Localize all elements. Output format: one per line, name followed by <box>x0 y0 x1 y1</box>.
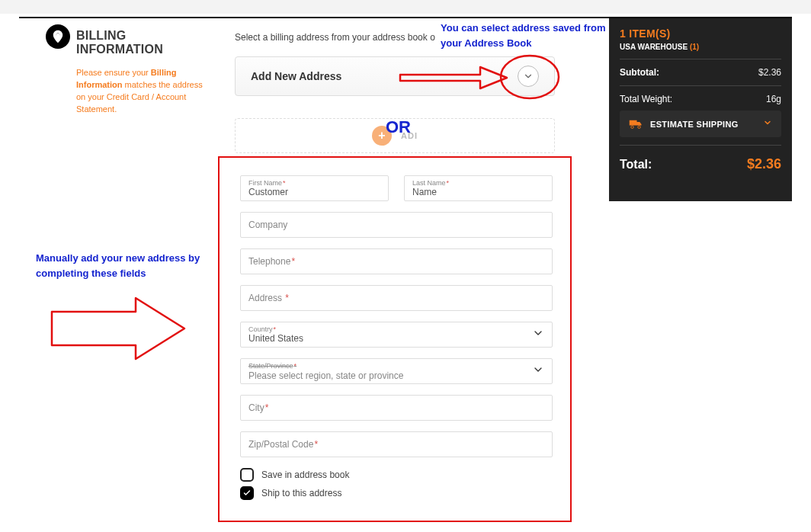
annotation-top: You can select address saved from your A… <box>441 21 608 50</box>
subtotal-value: $2.36 <box>758 67 781 78</box>
zip-field[interactable]: Zip/Postal Code* <box>240 431 553 457</box>
billing-hint: Please ensure your Billing Information m… <box>76 67 213 116</box>
state-label: State/Province <box>248 362 293 370</box>
total-label: Total: <box>620 158 652 171</box>
address-placeholder: Address <box>248 293 282 303</box>
svg-point-2 <box>631 126 633 128</box>
weight-value: 16g <box>766 94 781 104</box>
last-name-field[interactable]: Last Name* Name <box>404 175 553 201</box>
zip-placeholder: Zip/Postal Code <box>248 439 313 450</box>
warehouse-label: USA WAREHOUSE <box>620 43 688 51</box>
checkbox-empty-icon[interactable] <box>240 468 254 482</box>
address-dropdown-label: Add New Address <box>251 70 341 82</box>
weight-label: Total Weight: <box>620 94 672 104</box>
company-field[interactable]: Company <box>240 212 553 238</box>
weight-row: Total Weight: 16g <box>620 94 781 104</box>
item-count: 1 ITEM(S) <box>620 27 781 40</box>
location-pin-icon <box>46 24 70 49</box>
shipping-label: ESTIMATE SHIPPING <box>650 120 755 129</box>
total-value: $2.36 <box>747 156 781 172</box>
subtotal-label: Subtotal: <box>620 67 659 78</box>
ship-to-address-row[interactable]: Ship to this address <box>240 486 553 500</box>
hint-pre: Please ensure your <box>76 68 151 77</box>
total-row: Total: $2.36 <box>620 156 781 172</box>
svg-point-3 <box>638 126 640 128</box>
country-select[interactable]: Country* United States <box>240 322 553 348</box>
separator <box>620 145 781 146</box>
city-placeholder: City <box>248 402 264 413</box>
warehouse-count: (1) <box>690 43 699 51</box>
ship-label: Ship to this address <box>261 488 341 498</box>
warehouse-row: USA WAREHOUSE (1) <box>620 43 781 51</box>
first-name-field[interactable]: First Name* Customer <box>240 175 389 201</box>
chevron-down-icon <box>532 364 544 379</box>
company-placeholder: Company <box>248 220 287 230</box>
select-address-label: Select a billing address from your addre… <box>235 32 435 43</box>
telephone-field[interactable]: Telephone* <box>240 248 553 274</box>
last-name-label: Last Name <box>412 179 446 187</box>
address-form: First Name* Customer Last Name* Name Com… <box>240 175 553 505</box>
annotation-left: Manually add your new address by complet… <box>36 251 211 280</box>
chevron-down-icon[interactable] <box>518 66 539 87</box>
save-label: Save in address book <box>261 470 349 480</box>
country-label: Country <box>248 325 273 333</box>
city-field[interactable]: City* <box>240 395 553 421</box>
annotation-or: OR <box>386 114 411 139</box>
page-topbar <box>0 0 811 14</box>
annotation-arrow-big <box>46 295 191 362</box>
truck-icon <box>629 119 643 130</box>
chevron-down-icon <box>532 327 544 342</box>
chevron-down-icon <box>763 118 772 130</box>
save-in-address-book-row[interactable]: Save in address book <box>240 468 553 482</box>
separator <box>620 59 781 59</box>
billing-heading: BILLING INFORMATION <box>76 29 213 56</box>
separator <box>620 85 781 86</box>
address-dropdown[interactable]: Add New Address <box>235 56 555 96</box>
state-select[interactable]: State/Province* Please select region, st… <box>240 358 553 384</box>
first-name-label: First Name <box>248 179 282 187</box>
country-value: United States <box>248 325 532 344</box>
order-summary-panel: 1 ITEM(S) USA WAREHOUSE (1) Subtotal: $2… <box>609 18 792 201</box>
estimate-shipping-button[interactable]: ESTIMATE SHIPPING <box>620 111 781 137</box>
subtotal-row: Subtotal: $2.36 <box>620 67 781 78</box>
address-field[interactable]: Address * <box>240 285 553 311</box>
checkbox-checked-icon[interactable] <box>240 486 254 500</box>
telephone-placeholder: Telephone <box>248 256 290 267</box>
